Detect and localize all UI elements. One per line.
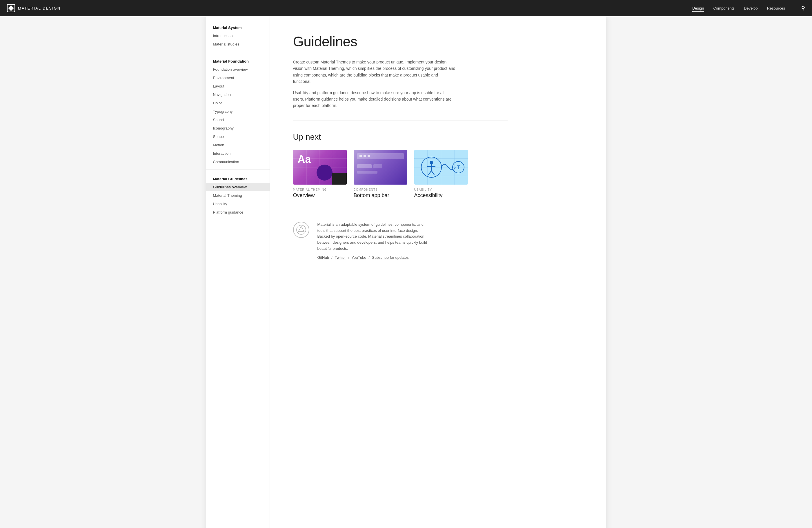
search-icon[interactable]: ⚲ [801, 5, 805, 11]
sidebar-item-typography[interactable]: Typography [206, 107, 270, 116]
nav-link-develop[interactable]: Develop [744, 5, 758, 12]
logo-text: MATERIAL DESIGN [18, 6, 61, 11]
footer-links: GitHub / Twitter / YouTube / Subscribe f… [317, 255, 427, 260]
nav-link-components[interactable]: Components [713, 5, 735, 12]
footer-sep-3: / [369, 255, 370, 260]
card-img-theming-bg: Aa [293, 150, 347, 185]
theming-circle [317, 165, 333, 180]
comp-top-bar [357, 153, 404, 159]
description-2: Usability and platform guidance describe… [293, 90, 455, 109]
card-label-theming: MATERIAL THEMING [293, 188, 347, 191]
svg-line-16 [429, 171, 431, 175]
footer-body-text: Material is an adaptable system of guide… [317, 222, 427, 252]
card-label-components: COMPONENTS [354, 188, 407, 191]
card-label-accessibility: USABILITY [414, 188, 468, 191]
sidebar-divider-2 [206, 170, 270, 170]
footer-info: Material is an adaptable system of guide… [317, 222, 427, 260]
theming-aa-text: Aa [298, 153, 311, 165]
card-accessibility[interactable]: T USABILITY Accessibility [414, 150, 468, 199]
description-1: Create custom Material Themes to make yo… [293, 59, 455, 85]
sidebar-item-navigation[interactable]: Navigation [206, 90, 270, 99]
up-next-title: Up next [293, 132, 508, 142]
nav-link-resources[interactable]: Resources [767, 5, 785, 12]
sidebar-item-material-studies[interactable]: Material studies [206, 40, 270, 48]
page-title: Guidelines [293, 34, 508, 49]
nav-links: Design Components Develop Resources ⚲ [692, 5, 805, 12]
theming-rect [332, 173, 347, 185]
card-material-theming[interactable]: Aa MATERIAL THEMING Overview [293, 150, 347, 199]
footer-sep-2: / [348, 255, 349, 260]
comp-block-1 [357, 164, 372, 168]
card-image-accessibility: T [414, 150, 468, 185]
footer-sep-1: / [331, 255, 333, 260]
sidebar-item-platform-guidance[interactable]: Platform guidance [206, 208, 270, 217]
svg-text:T: T [457, 165, 460, 171]
comp-dot-3 [367, 155, 370, 157]
comp-block-2 [373, 164, 382, 168]
card-img-components-bg [354, 150, 407, 185]
sidebar-divider-1 [206, 52, 270, 52]
top-navigation: MATERIAL DESIGN Design Components Develo… [0, 0, 812, 16]
sidebar-section-material-guidelines: Material Guidelines Guidelines overview … [206, 173, 270, 217]
footer-section: Material is an adaptable system of guide… [293, 216, 508, 260]
comp-row-1 [357, 164, 404, 168]
sidebar-item-communication[interactable]: Communication [206, 158, 270, 166]
svg-line-17 [431, 171, 434, 175]
sidebar-section-title-material-guidelines: Material Guidelines [206, 173, 270, 183]
sidebar-item-material-theming[interactable]: Material Theming [206, 191, 270, 200]
sidebar: Material System Introduction Material st… [206, 16, 270, 528]
sidebar-item-iconography[interactable]: Iconography [206, 124, 270, 132]
sidebar-item-environment[interactable]: Environment [206, 74, 270, 82]
sidebar-item-guidelines-overview[interactable]: Guidelines overview [206, 183, 270, 191]
nav-link-design[interactable]: Design [692, 5, 704, 12]
sidebar-item-foundation-overview[interactable]: Foundation overview [206, 65, 270, 74]
up-next-cards: Aa MATERIAL THEMING Overview [293, 150, 508, 199]
card-title-accessibility: Accessibility [414, 192, 468, 199]
footer-link-subscribe[interactable]: Subscribe for updates [372, 255, 408, 260]
comp-dot-1 [360, 155, 362, 157]
sidebar-item-shape[interactable]: Shape [206, 132, 270, 141]
logo[interactable]: MATERIAL DESIGN [7, 4, 692, 12]
footer-link-twitter[interactable]: Twitter [335, 255, 346, 260]
card-image-theming: Aa [293, 150, 347, 185]
card-components[interactable]: COMPONENTS Bottom app bar [354, 150, 407, 199]
sidebar-item-motion[interactable]: Motion [206, 141, 270, 149]
sidebar-item-sound[interactable]: Sound [206, 116, 270, 124]
svg-point-13 [430, 161, 433, 164]
footer-link-github[interactable]: GitHub [317, 255, 329, 260]
logo-icon [7, 4, 15, 12]
card-img-accessibility-bg: T [414, 150, 468, 185]
sidebar-section-material-foundation: Material Foundation Foundation overview … [206, 56, 270, 166]
sidebar-item-color[interactable]: Color [206, 99, 270, 107]
sidebar-item-usability[interactable]: Usability [206, 200, 270, 208]
card-image-components [354, 150, 407, 185]
logo-diamond [8, 5, 14, 11]
footer-logo [293, 222, 309, 238]
footer-logo-svg [296, 224, 306, 235]
sidebar-section-title-material-system: Material System [206, 22, 270, 32]
sidebar-section-material-system: Material System Introduction Material st… [206, 22, 270, 48]
section-divider [293, 120, 508, 121]
sidebar-item-introduction[interactable]: Introduction [206, 32, 270, 40]
sidebar-section-title-material-foundation: Material Foundation [206, 56, 270, 65]
sidebar-item-layout[interactable]: Layout [206, 82, 270, 90]
footer-link-youtube[interactable]: YouTube [352, 255, 366, 260]
comp-block-3 [357, 171, 377, 174]
comp-row-2 [357, 171, 404, 174]
main-content: Guidelines Create custom Material Themes… [270, 16, 531, 528]
card-title-theming: Overview [293, 192, 347, 199]
comp-dot-2 [364, 155, 366, 157]
accessibility-illustration: T [416, 156, 466, 179]
card-title-components: Bottom app bar [354, 192, 407, 199]
svg-marker-21 [298, 226, 304, 232]
sidebar-item-interaction[interactable]: Interaction [206, 149, 270, 158]
